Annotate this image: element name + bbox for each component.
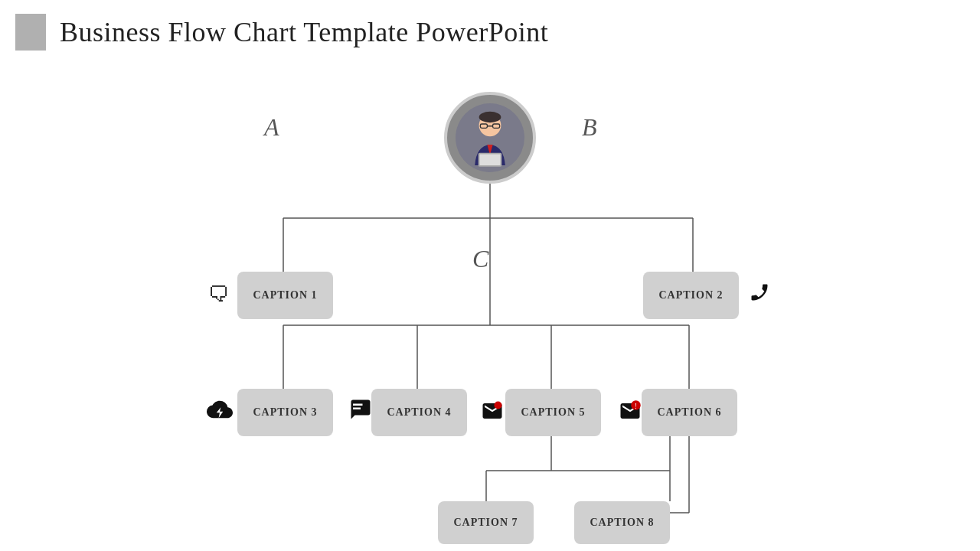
- label-a: A: [264, 113, 279, 142]
- label-b: B: [582, 113, 597, 142]
- caption-5-box: CAPTION 5: [505, 389, 601, 436]
- caption-2-box: CAPTION 2: [643, 272, 739, 319]
- caption-7-box: CAPTION 7: [438, 501, 534, 544]
- caption-6-text: CAPTION 6: [657, 406, 721, 419]
- caption-6-box: CAPTION 6: [642, 389, 737, 436]
- caption-3-box: CAPTION 3: [237, 389, 333, 436]
- header-accent: [15, 14, 46, 51]
- cloud-icon: [207, 396, 233, 428]
- caption-4-box: CAPTION 4: [371, 389, 467, 436]
- caption-8-box: CAPTION 8: [574, 501, 670, 544]
- caption-1-text: CAPTION 1: [253, 289, 317, 302]
- svg-point-19: [479, 112, 501, 122]
- header: Business Flow Chart Template PowerPoint: [0, 0, 980, 51]
- email2-icon: !: [619, 399, 642, 428]
- svg-rect-24: [480, 155, 501, 165]
- caption-1-box: CAPTION 1: [237, 272, 333, 319]
- avatar: [444, 92, 536, 184]
- phone-icon: [749, 282, 770, 308]
- caption-3-text: CAPTION 3: [253, 406, 317, 419]
- caption-2-text: CAPTION 2: [658, 289, 723, 302]
- caption-7-text: CAPTION 7: [453, 517, 518, 529]
- chat-icon: 🗨: [208, 282, 230, 307]
- caption-5-text: CAPTION 5: [521, 406, 585, 419]
- chart-area: A B C CAPTION 1 CAPTION 2 CAPTION 3 CAPT…: [0, 69, 980, 551]
- caption-8-text: CAPTION 8: [590, 517, 654, 529]
- person-icon: [456, 103, 524, 172]
- svg-text:!: !: [635, 402, 637, 410]
- email-icon: [481, 399, 504, 428]
- chat2-icon: [349, 398, 372, 426]
- page-title: Business Flow Chart Template PowerPoint: [60, 16, 548, 48]
- svg-rect-26: [495, 402, 502, 409]
- caption-4-text: CAPTION 4: [387, 406, 451, 419]
- label-c: C: [472, 245, 488, 273]
